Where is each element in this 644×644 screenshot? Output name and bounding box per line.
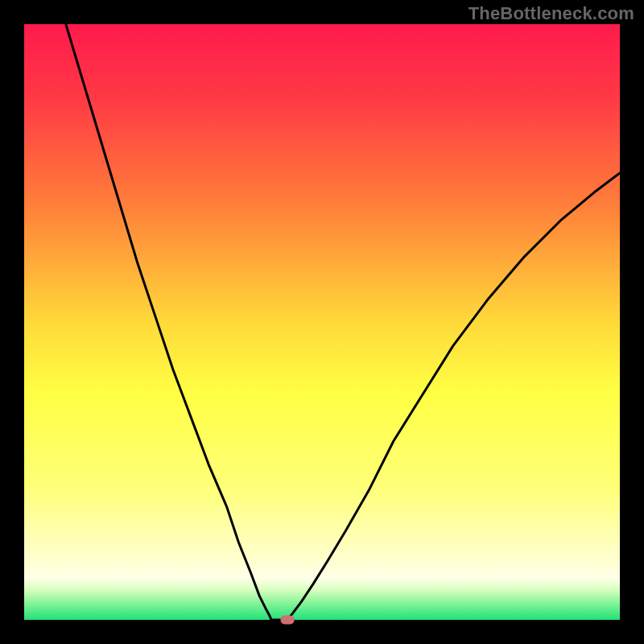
bottleneck-marker bbox=[281, 616, 295, 625]
curve-right-branch bbox=[287, 173, 620, 620]
curve-layer bbox=[24, 24, 620, 620]
chart-outer-frame: TheBottleneck.com bbox=[0, 0, 644, 644]
curve-left-branch bbox=[66, 24, 271, 620]
watermark-label: TheBottleneck.com bbox=[469, 3, 634, 24]
plot-area bbox=[24, 24, 620, 620]
